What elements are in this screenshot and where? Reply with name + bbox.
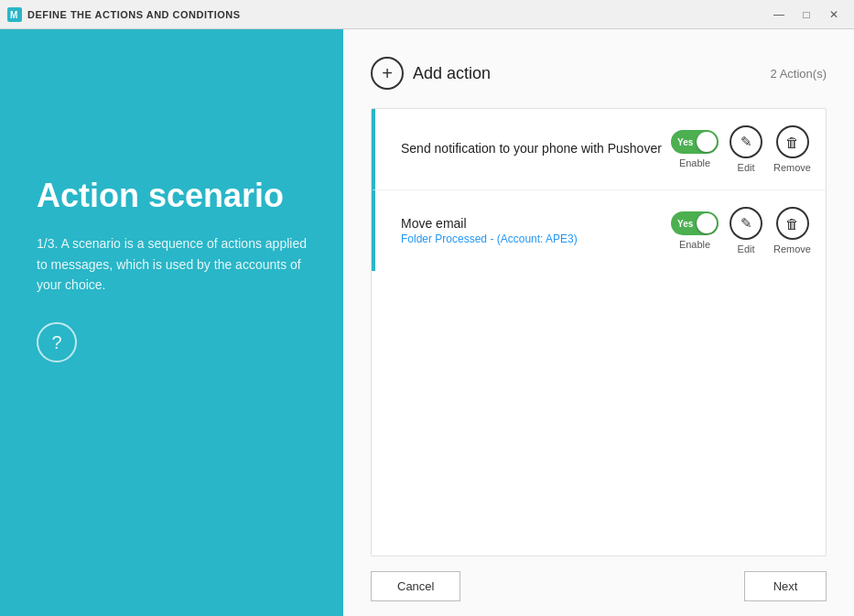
remove-button[interactable]: 🗑 Remove [773,207,811,254]
right-panel: + Add action 2 Action(s) Send notificati… [343,29,854,557]
help-button[interactable]: ? [37,322,77,362]
edit-button[interactable]: ✎ Edit [730,125,762,173]
edit-label: Edit [738,243,755,254]
action-item-controls: Yes Enable ✎ Edit 🗑 Remove [671,125,811,173]
toggle-label: Enable [679,239,710,250]
window-title: DEFINE THE ACTIONS AND CONDITIONS [27,9,241,20]
action-name: Send notification to your phone with Pus… [401,141,671,156]
add-action-button[interactable]: + Add action [371,57,491,90]
window-controls: — □ ✕ [766,5,847,25]
panel-title: Action scenario [37,176,307,215]
enable-toggle[interactable]: Yes [671,211,719,235]
edit-label: Edit [738,162,755,173]
right-section: + Add action 2 Action(s) Send notificati… [343,29,854,616]
remove-label: Remove [773,243,811,254]
svg-text:M: M [10,10,17,20]
action-item-controls: Yes Enable ✎ Edit 🗑 Remove [671,207,811,254]
action-item-info: Move email Folder Processed - (Account: … [390,216,671,245]
toggle-container: Yes Enable [671,130,719,168]
cancel-button[interactable]: Cancel [371,571,460,601]
panel-description: 1/3. A scenario is a sequence of actions… [37,233,307,295]
help-icon: ? [51,332,61,353]
toggle-knob [697,132,717,152]
next-button[interactable]: Next [744,571,827,601]
title-bar-left: M DEFINE THE ACTIONS AND CONDITIONS [7,7,241,22]
action-name: Move email [401,216,671,231]
close-button[interactable]: ✕ [821,5,847,25]
main-container: Action scenario 1/3. A scenario is a seq… [0,29,854,616]
app-icon: M [7,7,22,22]
remove-label: Remove [773,162,811,173]
edit-icon: ✎ [730,125,762,158]
maximize-button[interactable]: □ [794,5,819,25]
remove-button[interactable]: 🗑 Remove [773,125,811,173]
left-panel: Action scenario 1/3. A scenario is a seq… [0,29,343,616]
enable-toggle[interactable]: Yes [671,130,719,154]
trash-icon: 🗑 [776,207,809,240]
edit-button[interactable]: ✎ Edit [730,207,762,254]
minimize-button[interactable]: — [766,5,792,25]
title-bar: M DEFINE THE ACTIONS AND CONDITIONS — □ … [0,0,854,29]
toggle-text: Yes [677,219,693,229]
toggle-text: Yes [677,137,693,147]
add-action-label: Add action [413,64,491,83]
action-count: 2 Action(s) [771,67,827,81]
actions-list: Send notification to your phone with Pus… [371,108,827,557]
edit-icon: ✎ [730,207,762,240]
toggle-container: Yes Enable [671,211,719,250]
trash-icon: 🗑 [776,125,809,158]
action-item: Move email Folder Processed - (Account: … [372,190,826,271]
action-item: Send notification to your phone with Pus… [372,109,826,190]
action-item-info: Send notification to your phone with Pus… [390,141,671,157]
bottom-bar: Cancel Next [343,557,854,616]
add-icon: + [371,57,404,90]
add-action-row: + Add action 2 Action(s) [371,57,827,90]
toggle-knob [697,213,717,233]
action-detail: Folder Processed - (Account: APE3) [401,232,671,245]
toggle-label: Enable [679,157,710,168]
